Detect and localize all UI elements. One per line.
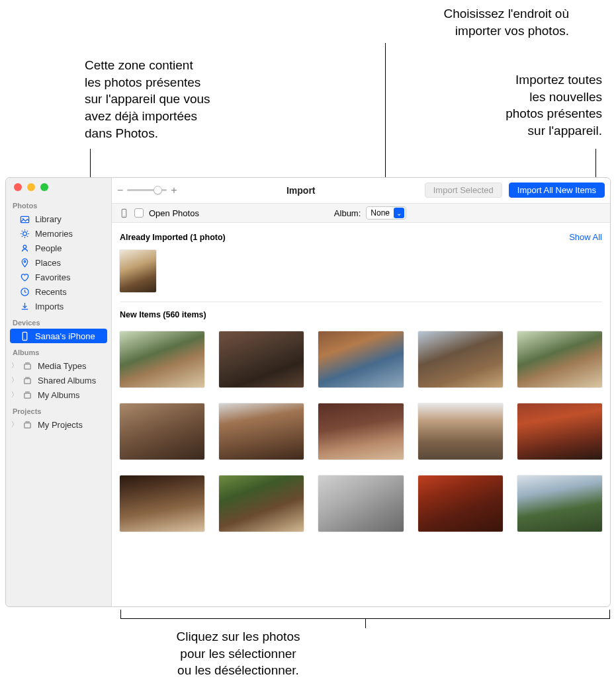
photo-thumbnail[interactable] [219,475,304,532]
zoom-slider[interactable]: − + [117,184,177,196]
window-traffic-lights [6,183,111,196]
window-maximize-icon[interactable] [40,183,48,191]
slider-thumb[interactable] [154,186,162,194]
sidebar-item-label: Places [35,258,61,268]
photo-thumbnail[interactable] [120,475,204,532]
sidebar-item-imports[interactable]: Imports [6,299,111,313]
svg-rect-10 [24,393,30,398]
heart-icon [19,272,30,282]
svg-point-7 [24,339,24,339]
callout-bracket-bottom [120,610,610,619]
slider-track[interactable] [127,189,167,191]
window-close-icon[interactable] [14,183,22,191]
chevron-right-icon: 〉 [11,420,17,429]
import-subbar: Open Photos Album: None ⌄ [112,203,610,223]
album-value: None [371,208,390,218]
sidebar: Photos Library Memories People Places Fa… [6,178,112,606]
svg-point-4 [24,261,26,263]
sidebar-item-media-types[interactable]: 〉 Media Types [6,358,111,373]
open-photos-checkbox[interactable] [134,208,144,218]
sidebar-item-device[interactable]: Sanaa's iPhone [10,329,107,343]
window-minimize-icon[interactable] [27,183,35,191]
stack-icon [22,419,32,430]
photo-thumbnail[interactable] [418,475,503,532]
section-title: Already Imported (1 photo) [120,233,226,242]
stack-icon [22,375,32,386]
sidebar-item-places[interactable]: Places [6,255,111,270]
sidebar-item-my-projects[interactable]: 〉 My Projects [6,417,111,432]
sidebar-item-label: People [35,243,62,253]
sidebar-item-people[interactable]: People [6,241,111,255]
sidebar-item-shared-albums[interactable]: 〉 Shared Albums [6,373,111,387]
zoom-out-icon: − [117,184,123,196]
sidebar-item-favorites[interactable]: Favorites [6,270,111,284]
import-selected-button[interactable]: Import Selected [425,183,502,198]
sidebar-item-memories[interactable]: Memories [6,226,111,241]
zoom-in-icon: + [171,184,177,196]
sidebar-item-my-albums[interactable]: 〉 My Albums [6,387,111,402]
album-select[interactable]: None ⌄ [366,206,406,220]
sidebar-item-label: Recents [35,287,67,297]
show-all-link[interactable]: Show All [569,232,602,242]
open-photos-label: Open Photos [149,208,199,218]
already-imported-header: Already Imported (1 photo) Show All [120,228,602,246]
section-title: New Items (560 items) [120,310,206,319]
people-icon [19,243,30,253]
svg-rect-11 [24,423,30,428]
chevron-updown-icon: ⌄ [394,208,404,218]
sidebar-item-label: My Projects [38,420,83,430]
sidebar-item-label: Favorites [35,272,70,282]
phone-icon [19,331,30,341]
thumbnail-row [120,468,602,540]
callout-already-imported: Cette zone contientles photos présentess… [85,57,257,142]
sidebar-item-label: Media Types [38,361,86,371]
callout-click-photos: Cliquez sur les photospour les sélection… [146,628,331,679]
sidebar-item-library[interactable]: Library [6,212,111,226]
phone-icon [118,208,129,218]
library-icon [19,214,30,224]
photo-thumbnail[interactable] [517,475,602,532]
photo-thumbnail[interactable] [318,403,403,460]
sidebar-item-recents[interactable]: Recents [6,284,111,299]
chevron-right-icon: 〉 [11,361,17,370]
photo-thumbnail[interactable] [219,403,304,460]
download-icon [19,301,30,311]
import-scroll-area[interactable]: Already Imported (1 photo) Show All New … [112,223,610,606]
photo-thumbnail[interactable] [418,403,503,460]
new-items-header: New Items (560 items) [120,305,602,323]
sidebar-item-label: Imports [35,302,64,311]
photo-thumbnail[interactable] [120,331,204,387]
sidebar-item-label: Memories [35,229,73,239]
svg-rect-9 [24,378,30,384]
sidebar-header-albums: Albums [6,343,111,358]
memories-icon [19,228,30,239]
photo-thumbnail[interactable] [120,250,156,292]
thumbnail-row [120,395,602,468]
chevron-right-icon: 〉 [11,376,17,385]
photo-thumbnail[interactable] [120,403,204,460]
photo-thumbnail[interactable] [418,331,503,387]
photo-thumbnail[interactable] [318,475,403,532]
callout-line [385,43,386,193]
places-icon [19,257,30,268]
photos-app-window: Photos Library Memories People Places Fa… [5,177,611,607]
thumbnail-row [120,323,602,395]
svg-rect-8 [24,364,30,369]
sidebar-item-label: Library [35,214,62,224]
toolbar: − + Import Import Selected Import All Ne… [112,178,610,203]
svg-point-3 [23,245,26,248]
clock-icon [19,286,30,297]
sidebar-header-devices: Devices [6,313,111,329]
chevron-right-icon: 〉 [11,390,17,399]
photo-thumbnail[interactable] [318,331,403,387]
photo-thumbnail[interactable] [517,331,602,387]
photo-thumbnail[interactable] [219,331,304,387]
callout-choose-location: Choisissez l'endroit oùimporter vos phot… [357,5,569,39]
import-all-button[interactable]: Import All New Items [509,183,605,198]
photo-thumbnail[interactable] [517,403,602,460]
sidebar-item-label: Sanaa's iPhone [35,331,95,341]
album-label: Album: [334,208,361,218]
svg-point-2 [22,231,26,235]
toolbar-title: Import [286,185,316,196]
main-content: − + Import Import Selected Import All Ne… [112,178,610,606]
